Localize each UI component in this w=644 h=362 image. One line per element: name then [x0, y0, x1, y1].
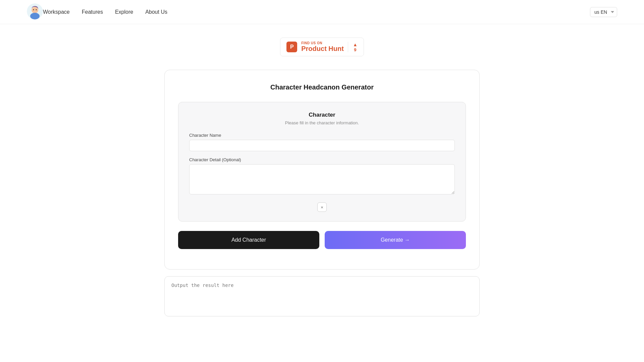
navbar: Workspace Features Explore About Us us E…	[0, 0, 644, 24]
svg-point-4	[36, 9, 37, 10]
nav-workspace[interactable]: Workspace	[43, 9, 70, 15]
svg-point-1	[32, 7, 38, 13]
character-card: Character Please fill in the character i…	[178, 102, 466, 222]
character-name-label: Character Name	[189, 133, 455, 138]
lang-select[interactable]: us EN ko KR ja JP	[590, 7, 617, 17]
character-name-group: Character Name	[189, 133, 455, 151]
close-icon: ×	[321, 205, 323, 210]
ph-find-us-label: FIND US ON	[301, 41, 344, 45]
navbar-links: Workspace Features Explore About Us	[43, 9, 590, 15]
add-character-button[interactable]: Add Character	[178, 231, 319, 249]
product-hunt-badge[interactable]: P FIND US ON Product Hunt ▲ 9	[280, 38, 364, 56]
card-container: Character Headcanon Generator Character …	[164, 70, 480, 269]
close-button[interactable]: ×	[317, 202, 327, 212]
character-detail-label: Character Detail (Optional)	[189, 157, 455, 162]
ph-product-hunt-name: Product Hunt	[301, 45, 344, 53]
svg-point-3	[33, 9, 34, 10]
ph-arrow-icon: ▲	[353, 42, 358, 47]
svg-point-2	[30, 13, 40, 19]
output-container	[164, 276, 480, 318]
nav-about-us[interactable]: About Us	[145, 9, 167, 15]
character-card-title: Character	[189, 112, 455, 118]
ph-icon: P	[286, 42, 297, 52]
generate-button[interactable]: Generate →	[325, 231, 466, 249]
navbar-right: us EN ko KR ja JP	[590, 7, 617, 17]
character-card-subtitle: Please fill in the character information…	[189, 120, 455, 125]
nav-explore[interactable]: Explore	[115, 9, 133, 15]
logo[interactable]	[27, 3, 43, 21]
main-content: P FIND US ON Product Hunt ▲ 9 Character …	[0, 24, 644, 331]
nav-features[interactable]: Features	[82, 9, 103, 15]
output-textarea[interactable]	[164, 276, 480, 316]
character-name-input[interactable]	[189, 140, 455, 151]
ph-text: FIND US ON Product Hunt	[301, 41, 344, 53]
character-detail-textarea[interactable]	[189, 164, 455, 194]
lang-selector-wrapper: us EN ko KR ja JP	[590, 7, 617, 17]
character-detail-group: Character Detail (Optional)	[189, 157, 455, 196]
ph-upvote-count: 9	[354, 47, 356, 52]
ph-upvote: ▲ 9	[348, 42, 358, 52]
page-title: Character Headcanon Generator	[178, 83, 466, 91]
action-buttons: Add Character Generate →	[178, 231, 466, 249]
